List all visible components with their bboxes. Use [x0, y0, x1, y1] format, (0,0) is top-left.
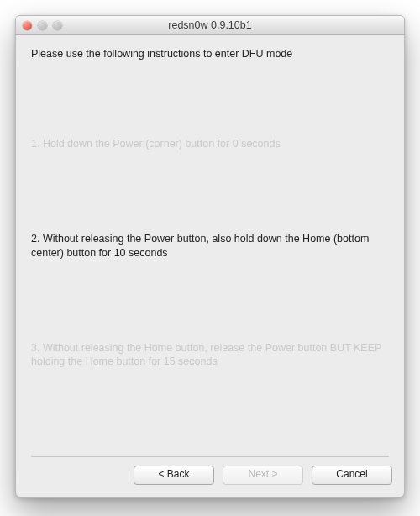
cancel-button[interactable]: Cancel — [312, 466, 392, 485]
instructions-heading: Please use the following instructions to… — [31, 47, 389, 61]
window-title: redsn0w 0.9.10b1 — [16, 19, 404, 31]
titlebar: redsn0w 0.9.10b1 — [16, 16, 404, 35]
next-button: Next > — [223, 466, 303, 485]
dfu-step-3: 3. Without releasing the Home button, re… — [31, 341, 389, 370]
dfu-step-1: 1. Hold down the Power (corner) button f… — [31, 137, 389, 151]
content-area: Please use the following instructions to… — [16, 35, 404, 457]
zoom-icon[interactable] — [53, 21, 62, 30]
close-icon[interactable] — [23, 21, 32, 30]
dfu-step-2: 2. Without releasing the Power button, a… — [31, 232, 389, 261]
minimize-icon[interactable] — [38, 21, 47, 30]
button-bar: < Back Next > Cancel — [16, 457, 404, 497]
back-button[interactable]: < Back — [134, 466, 214, 485]
app-window: redsn0w 0.9.10b1 Please use the followin… — [15, 15, 405, 498]
traffic-lights — [16, 21, 62, 30]
